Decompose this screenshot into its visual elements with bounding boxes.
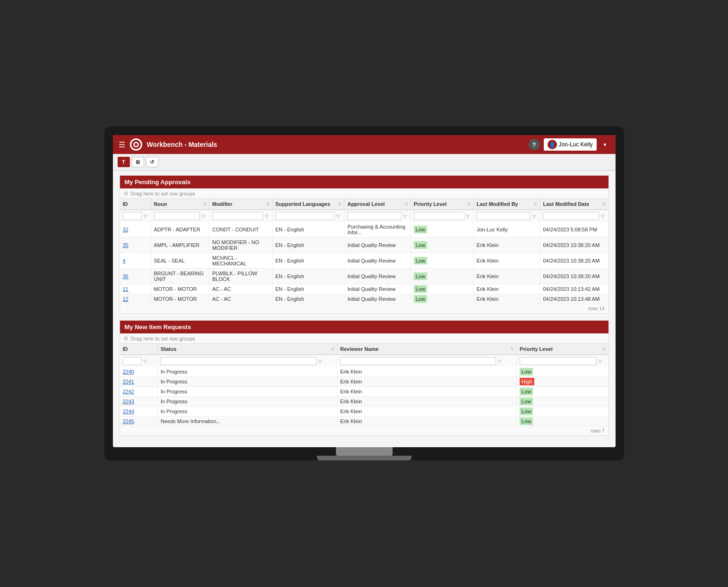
hamburger-icon[interactable]: ☰ xyxy=(119,140,125,149)
sort-approval-icon[interactable]: ▽ xyxy=(405,202,408,206)
filter-lang-btn[interactable]: ▽ xyxy=(335,213,341,219)
cell-priority: Low xyxy=(411,284,473,294)
priority-badge: Low xyxy=(414,241,427,249)
filter2-priority-input[interactable] xyxy=(520,357,597,365)
new-item-requests-header-row: ID Status▽ Reviewer Name▽ Priority Level… xyxy=(120,344,608,355)
pending-approvals-header-row: ID Noun▽ Modifier▽ Supported Languages▽ … xyxy=(120,199,608,210)
filter2-reviewer-btn[interactable]: ▽ xyxy=(497,358,502,364)
id-link[interactable]: 12 xyxy=(123,296,128,302)
filter2-status-input[interactable] xyxy=(161,357,317,365)
col-id: ID xyxy=(120,199,151,210)
toolbar-grid-btn[interactable]: ⊞ xyxy=(132,157,144,167)
filter-modifier-input[interactable] xyxy=(212,212,263,220)
filter-id-btn[interactable]: ▽ xyxy=(143,213,148,219)
cell-noun: ADPTR - ADAPTER xyxy=(151,222,209,238)
cell-modified-date: 04/24/2023 10:38:20 AM xyxy=(540,238,608,253)
cell2-reviewer: Erik Klein xyxy=(337,377,517,387)
cell-noun: SEAL - SEAL xyxy=(151,253,209,269)
cell2-id: 2243 xyxy=(120,397,158,407)
new-item-requests-header: My New Item Requests xyxy=(120,321,608,333)
user-dropdown-arrow[interactable]: ▼ xyxy=(600,141,610,149)
filter-modified-date-input[interactable] xyxy=(543,212,599,220)
filter-modified-date-btn[interactable]: ▽ xyxy=(600,213,605,219)
pending-approvals-title: My Pending Approvals xyxy=(125,179,191,186)
user-button[interactable]: 👤 Jon-Luc Kelly xyxy=(544,138,597,151)
cell-modifier: PLWBLK - PILLOW BLOCK xyxy=(209,269,272,284)
cell-modified-date: 04/24/2023 10:13:42 AM xyxy=(540,284,608,294)
filter2-id-input[interactable] xyxy=(123,357,142,365)
cell-id: 35 xyxy=(120,238,151,253)
col2-status: Status▽ xyxy=(158,344,337,355)
filter2-reviewer-input[interactable] xyxy=(340,357,496,365)
sort-status-icon[interactable]: ▽ xyxy=(331,347,334,351)
filter-approval-btn[interactable]: ▽ xyxy=(403,213,408,219)
filter-modified-date-cell: ▽ xyxy=(540,210,608,222)
cell-modified-date: 04/24/2023 10:38:20 AM xyxy=(540,269,608,284)
sort-lang-icon[interactable]: ▽ xyxy=(338,202,341,206)
user-icon: 👤 xyxy=(548,140,557,149)
filter2-status-btn[interactable]: ▽ xyxy=(317,358,323,364)
new-item-requests-rows-count: rows 7 xyxy=(120,426,608,435)
table-row: 11 MOTOR - MOTOR AC - AC EN - English In… xyxy=(120,284,608,294)
col2-priority: Priority Level▽ xyxy=(517,344,608,355)
filter-approval-input[interactable] xyxy=(347,212,401,220)
id2-link[interactable]: 2245 xyxy=(123,418,134,424)
priority2-badge: High xyxy=(520,378,534,385)
filter-id-cell: ▽ xyxy=(120,210,151,222)
cell2-priority: Low xyxy=(517,397,608,407)
filter-id-input[interactable] xyxy=(123,212,142,220)
col-priority-level: Priority Level▽ xyxy=(411,199,473,210)
cell-lang: EN - English xyxy=(272,238,344,253)
cell-priority: Low xyxy=(411,222,473,238)
new-item-requests-table: ID Status▽ Reviewer Name▽ Priority Level… xyxy=(120,344,608,426)
filter2-priority-btn[interactable]: ▽ xyxy=(598,358,603,364)
cell-priority: Low xyxy=(411,269,473,284)
cell-modifier: NO MODIFIER - NO MODIFIER xyxy=(209,238,272,253)
filter-modified-by-input[interactable] xyxy=(477,212,531,220)
id2-link[interactable]: 2244 xyxy=(123,408,134,414)
help-button[interactable]: ? xyxy=(529,139,540,150)
sort-priority-icon[interactable]: ▽ xyxy=(468,202,471,206)
navbar: ☰ Workbench - Materials ? 👤 Jon-Luc Kell… xyxy=(113,135,616,154)
monitor: ☰ Workbench - Materials ? 👤 Jon-Luc Kell… xyxy=(104,127,624,460)
sort-reviewer-icon[interactable]: ▽ xyxy=(511,347,514,351)
id2-link[interactable]: 2241 xyxy=(123,379,134,384)
id-link[interactable]: 35 xyxy=(123,242,128,248)
filter-priority-input[interactable] xyxy=(414,212,464,220)
sort-noun-icon[interactable]: ▽ xyxy=(203,202,206,206)
id-link[interactable]: 4 xyxy=(123,258,126,264)
app-title: Workbench - Materials xyxy=(147,141,217,148)
col-modifier: Modifier▽ xyxy=(209,199,272,210)
id-link[interactable]: 32 xyxy=(123,227,128,232)
toolbar-refresh-btn[interactable]: ↺ xyxy=(146,157,158,167)
toolbar-text-btn[interactable]: T xyxy=(118,157,130,167)
filter2-id-btn[interactable]: ▽ xyxy=(143,358,148,364)
filter-modifier-btn[interactable]: ▽ xyxy=(264,213,269,219)
filter-noun-btn[interactable]: ▽ xyxy=(201,213,206,219)
id-link[interactable]: 36 xyxy=(123,273,128,279)
screen: ☰ Workbench - Materials ? 👤 Jon-Luc Kell… xyxy=(113,135,616,447)
sort-modified-date-icon[interactable]: ▽ xyxy=(603,202,606,206)
filter-priority-btn[interactable]: ▽ xyxy=(465,213,471,219)
id-link[interactable]: 11 xyxy=(123,286,128,292)
id2-link[interactable]: 2242 xyxy=(123,389,134,394)
filter-noun-input[interactable] xyxy=(154,212,200,220)
sort-modifier-icon[interactable]: ▽ xyxy=(266,202,269,206)
cell-noun: MOTOR - MOTOR xyxy=(151,294,209,304)
col-approval-level: Approval Level▽ xyxy=(344,199,411,210)
filter-lang-input[interactable] xyxy=(275,212,335,220)
id2-link[interactable]: 2243 xyxy=(123,399,134,404)
pending-approvals-rows-count: rows 14 xyxy=(120,304,608,313)
cell2-reviewer: Erik Klein xyxy=(337,417,517,426)
sort-modified-by-icon[interactable]: ▽ xyxy=(534,202,537,206)
cell-modified-by: Erik Klein xyxy=(473,269,540,284)
table-row: 35 AMPL - AMPLIFIER NO MODIFIER - NO MOD… xyxy=(120,238,608,253)
filter2-id-cell: ▽ xyxy=(120,355,158,367)
cell2-status: Needs More Information... xyxy=(158,417,337,426)
id2-link[interactable]: 2240 xyxy=(123,369,134,374)
priority2-badge: Low xyxy=(520,388,533,395)
filter-modified-by-btn[interactable]: ▽ xyxy=(531,213,537,219)
sort-priority2-icon[interactable]: ▽ xyxy=(603,347,606,351)
cell-modifier: AC - AC xyxy=(209,284,272,294)
priority2-badge: Low xyxy=(520,408,533,415)
